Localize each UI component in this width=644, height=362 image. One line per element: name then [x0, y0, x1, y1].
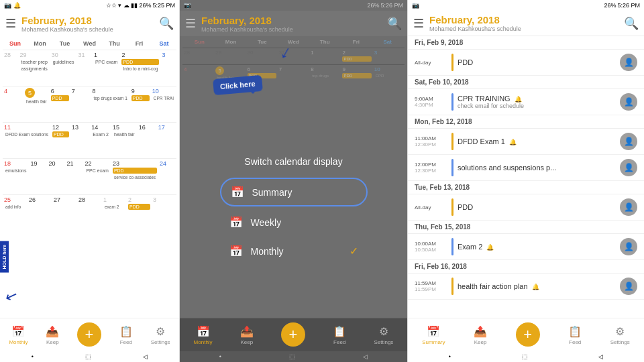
day-8[interactable]: 8top drugs exam 1	[91, 86, 130, 121]
search-button-p3[interactable]: 🔍	[624, 16, 639, 31]
day-20[interactable]: 20	[47, 159, 65, 194]
search-button-p1[interactable]: 🔍	[159, 16, 174, 31]
nav-monthly-p2[interactable]: 📅 Monthly	[194, 325, 213, 345]
day-28-prev[interactable]: 28	[3, 50, 19, 85]
nav-keep-p2[interactable]: 📤 Keep	[240, 325, 254, 345]
menu-button-p3[interactable]: ☰	[413, 16, 424, 31]
day-5[interactable]: 5health fair	[23, 86, 50, 121]
day-15[interactable]: 15health fair	[111, 123, 138, 158]
schedule-title-exam2: Exam 2 🔔	[458, 243, 617, 251]
schedule-item-solutions[interactable]: 12:00PM 12:30PM solutions and suspension…	[408, 155, 644, 181]
day-12[interactable]: 12PDD	[51, 123, 70, 158]
bottom-indicator-p1: • ⬚ ◁	[0, 351, 179, 362]
schedule-avatar-health-fair: 👤	[620, 278, 637, 295]
nav-keep-p1[interactable]: 📤 Keep	[46, 325, 59, 345]
day-14[interactable]: 14Exam 2	[90, 123, 111, 158]
day-10[interactable]: 10CPR TRAI	[151, 86, 176, 121]
view-option-weekly[interactable]: 📅 Weekly	[220, 209, 368, 235]
camera-icon: 📷	[4, 2, 11, 9]
view-option-summary[interactable]: 📅 Summary	[220, 178, 368, 206]
battery-p3: 26%	[604, 2, 616, 9]
day-23[interactable]: 23PDDservice co-associates	[111, 159, 158, 194]
nav-summary-p3[interactable]: 📅 Summary	[422, 325, 445, 345]
panel-switch: 📷 26% 5:26 PM ☰ February, 2018 Mohamed K…	[180, 0, 408, 362]
bottom-nav-p3: 📅 Summary 📤 Keep + 📋 Feed ⚙ Settings	[408, 318, 644, 351]
schedule-title-pdd-1: PDD	[458, 58, 617, 66]
title-block-p3: February, 2018 Mohamed Kashkousha's sche…	[429, 14, 624, 32]
status-left-p2: 📷	[184, 2, 191, 9]
nav-settings-p2[interactable]: ⚙ Settings	[374, 325, 393, 345]
subtitle-p2: Mohamed Kashkousha's schedule	[201, 26, 387, 33]
subtitle-p1: Mohamed Kashkousha's schedule	[21, 26, 159, 33]
schedule-item-exam2[interactable]: 10:00AM 10:50AM Exam 2 🔔 👤	[408, 234, 644, 260]
monthly-label: Monthly	[251, 246, 284, 257]
nav-add-button-p1[interactable]: +	[77, 322, 101, 347]
day-22[interactable]: 22PPC exam	[83, 159, 111, 194]
day-6[interactable]: 6PDD	[50, 86, 70, 121]
day-29-prev[interactable]: 29teacher prepassignments	[19, 50, 50, 85]
nav-monthly-p1[interactable]: 📅 Monthly	[9, 325, 28, 345]
schedule-item-pdd-feb13[interactable]: All-day PDD 👤	[408, 194, 644, 221]
day-7[interactable]: 7	[70, 86, 91, 121]
day-18[interactable]: 18emulsions	[3, 159, 30, 194]
schedule-item-cpr[interactable]: 9:00AM 4:30PM CPR TRAINING 🔔 check email…	[408, 89, 644, 115]
day-2-next[interactable]: 2PDD	[127, 195, 152, 230]
day-21[interactable]: 21	[65, 159, 83, 194]
nav-keep-label-p3: Keep	[474, 339, 487, 345]
day-4[interactable]: 4	[3, 86, 23, 121]
nav-monthly-label-p2: Monthly	[194, 339, 213, 345]
schedule-time-solutions: 12:00PM 12:30PM	[415, 159, 451, 176]
day-24[interactable]: 24	[158, 159, 176, 194]
nav-feed-p2[interactable]: 📋 Feed	[333, 325, 346, 345]
summary-cal-icon: 📅	[231, 186, 244, 198]
schedule-bar-exam2	[451, 238, 453, 255]
day-17[interactable]: 17	[157, 123, 176, 158]
date-sep-feb9: Fri, Feb 9, 2018	[408, 36, 644, 50]
day-header-mon: Mon	[28, 39, 52, 48]
app-header-p1: ☰ February, 2018 Mohamed Kashkousha's sc…	[0, 11, 179, 36]
view-option-monthly[interactable]: 📅 Monthly ✓	[220, 238, 368, 264]
title-block-p1: February, 2018 Mohamed Kashkousha's sche…	[21, 15, 159, 33]
monthly-cal-icon: 📅	[229, 245, 243, 257]
nav-keep-p3[interactable]: 📤 Keep	[474, 325, 487, 345]
day-19[interactable]: 19	[30, 159, 48, 194]
switch-title: Switch calendar display	[244, 156, 342, 167]
nav-add-button-p3[interactable]: +	[516, 322, 540, 347]
nav-settings-label-p2: Settings	[374, 339, 393, 345]
day-31-prev[interactable]: 31	[76, 50, 93, 85]
search-button-p2[interactable]: 🔍	[387, 16, 402, 31]
day-11[interactable]: 11DFDD Exam solutions	[3, 123, 51, 158]
schedule-item-health-fair[interactable]: 11:59AM 11:59PM health fair action plan …	[408, 274, 644, 300]
day-2[interactable]: 2PDDIntro to a mini-cog	[120, 50, 160, 85]
day-28[interactable]: 28	[77, 195, 102, 230]
schedule-avatar-dfdd: 👤	[620, 133, 637, 150]
day-25[interactable]: 25add info	[3, 195, 28, 230]
day-1-next[interactable]: 1exam 2	[102, 195, 127, 230]
bottom-nav-p1: 📅 Monthly 📤 Keep + 📋 Feed ⚙ Settings	[0, 318, 179, 351]
schedule-title-health-fair: health fair action plan 🔔	[458, 282, 617, 290]
day-16[interactable]: 16	[138, 123, 157, 158]
day-13[interactable]: 13	[70, 123, 90, 158]
nav-settings-p1[interactable]: ⚙ Settings	[151, 325, 170, 345]
app-header-p2: ☰ February, 2018 Mohamed Kashkousha's sc…	[180, 11, 407, 36]
day-1[interactable]: 1PPC exam	[93, 50, 120, 85]
day-9[interactable]: 9PDD	[130, 86, 151, 121]
day-26[interactable]: 26	[28, 195, 52, 230]
schedule-item-pdd-feb9[interactable]: All-day PDD 👤	[408, 50, 644, 76]
day-3[interactable]: 3	[160, 50, 176, 85]
weekly-label: Weekly	[251, 217, 282, 228]
day-3-next[interactable]: 3	[152, 195, 176, 230]
annotation-area: Click here ↓	[180, 84, 407, 105]
schedule-desc-cpr: check email for schedule	[458, 103, 617, 109]
nav-feed-p1[interactable]: 📋 Feed	[119, 325, 133, 345]
date-sep-feb15: Thu, Feb 15, 2018	[408, 221, 644, 234]
menu-button-p1[interactable]: ☰	[5, 16, 16, 31]
menu-button-p2[interactable]: ☰	[185, 16, 196, 31]
schedule-bar-1	[451, 54, 453, 71]
day-30-prev[interactable]: 30guidelines	[50, 50, 77, 85]
day-27[interactable]: 27	[52, 195, 77, 230]
nav-add-button-p2[interactable]: +	[281, 322, 305, 347]
nav-settings-p3[interactable]: ⚙ Settings	[610, 325, 630, 345]
nav-keep-label-p2: Keep	[240, 339, 253, 345]
nav-feed-p3[interactable]: 📋 Feed	[568, 325, 582, 345]
